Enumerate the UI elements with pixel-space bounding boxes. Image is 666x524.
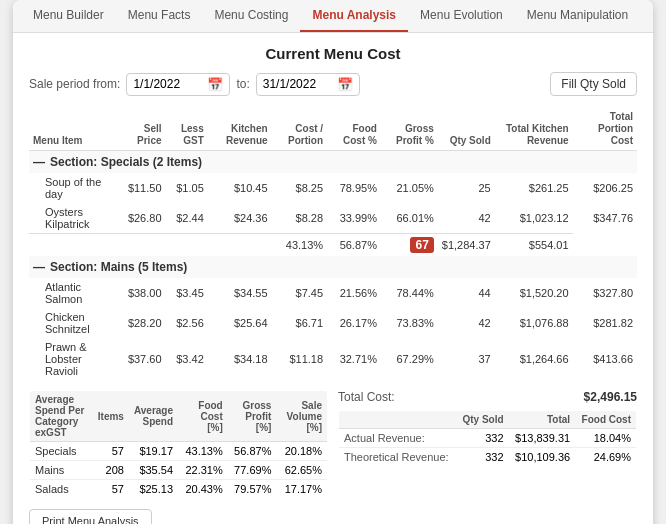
item-cost-portion: $6.71 bbox=[272, 308, 327, 338]
item-less-gst: $2.56 bbox=[166, 308, 208, 338]
date-from-input-container[interactable]: 📅 bbox=[126, 73, 230, 96]
calendar-from-icon[interactable]: 📅 bbox=[207, 77, 223, 92]
table-row: Oysters Kilpatrick $26.80 $2.44 $24.36 $… bbox=[29, 203, 637, 234]
total-cost-value: $2,496.15 bbox=[584, 390, 637, 404]
subtotal-row: 43.13% 56.87% 67 $1,284.37 $554.01 bbox=[29, 234, 637, 257]
item-food-cost-pct: 21.56% bbox=[327, 278, 381, 308]
section-collapse-icon[interactable]: — bbox=[33, 155, 45, 169]
rev-row-qty-sold: 332 bbox=[456, 429, 508, 448]
item-sell-price: $28.20 bbox=[120, 308, 166, 338]
date-from-input[interactable] bbox=[133, 77, 203, 91]
cat-gross-profit: 56.87% bbox=[228, 442, 277, 461]
col-header-gross-profit-pct: Gross Profit % bbox=[381, 108, 438, 151]
item-sell-price: $11.50 bbox=[120, 173, 166, 203]
item-total-kitchen: $1,264.66 bbox=[495, 338, 573, 380]
cat-avg-spend: $19.17 bbox=[129, 442, 178, 461]
item-kitchen-revenue: $34.18 bbox=[208, 338, 272, 380]
cat-sale-volume: 62.65% bbox=[276, 461, 327, 480]
main-window: Menu Builder Menu Facts Menu Costing Men… bbox=[13, 0, 653, 524]
tab-menu-evolution[interactable]: Menu Evolution bbox=[408, 0, 515, 32]
cat-food-cost: 22.31% bbox=[178, 461, 228, 480]
section-collapse-icon[interactable]: — bbox=[33, 260, 45, 274]
section-header-row: —Section: Specials (2 Items) bbox=[29, 151, 637, 174]
cat-items: 208 bbox=[93, 461, 129, 480]
table-row: Prawn & Lobster Ravioli $37.60 $3.42 $34… bbox=[29, 338, 637, 380]
item-cost-portion: $7.45 bbox=[272, 278, 327, 308]
rev-col-food-cost: Food Cost bbox=[575, 411, 636, 429]
item-qty-sold: 25 bbox=[438, 173, 495, 203]
rev-row-label: Actual Revenue: bbox=[339, 429, 457, 448]
cat-sale-volume: 17.17% bbox=[276, 480, 327, 499]
item-gross-profit-pct: 78.44% bbox=[381, 278, 438, 308]
item-name: Chicken Schnitzel bbox=[29, 308, 120, 338]
rev-row-food-cost: 24.69% bbox=[575, 448, 636, 467]
item-food-cost-pct: 26.17% bbox=[327, 308, 381, 338]
rev-col-qty-sold: Qty Sold bbox=[456, 411, 508, 429]
item-gross-profit-pct: 73.83% bbox=[381, 308, 438, 338]
tab-menu-analysis[interactable]: Menu Analysis bbox=[300, 0, 408, 32]
cat-col-food-cost: Food Cost[%] bbox=[178, 391, 228, 442]
cat-col-sale-volume: SaleVolume [%] bbox=[276, 391, 327, 442]
list-item: Salads 57 $25.13 20.43% 79.57% 17.17% bbox=[30, 480, 328, 499]
date-to-input[interactable] bbox=[263, 77, 333, 91]
cat-name: Salads bbox=[30, 480, 93, 499]
cat-gross-profit: 77.69% bbox=[228, 461, 277, 480]
tab-menu-costing[interactable]: Menu Costing bbox=[202, 0, 300, 32]
fill-qty-sold-button[interactable]: Fill Qty Sold bbox=[550, 72, 637, 96]
cat-food-cost: 43.13% bbox=[178, 442, 228, 461]
revenue-table: Qty Sold Total Food Cost Actual Revenue:… bbox=[338, 410, 637, 467]
item-qty-sold: 44 bbox=[438, 278, 495, 308]
item-kitchen-revenue: $25.64 bbox=[208, 308, 272, 338]
item-name: Atlantic Salmon bbox=[29, 278, 120, 308]
cat-col-gross-profit: GrossProfit [%] bbox=[228, 391, 277, 442]
list-item: Mains 208 $35.54 22.31% 77.69% 62.65% bbox=[30, 461, 328, 480]
cat-col-avg-spend: AverageSpend bbox=[129, 391, 178, 442]
item-total-portion: $413.66 bbox=[573, 338, 637, 380]
tab-menu-builder[interactable]: Menu Builder bbox=[21, 0, 116, 32]
col-header-kitchen-revenue: Kitchen Revenue bbox=[208, 108, 272, 151]
rev-row-total: $13,839.31 bbox=[509, 429, 576, 448]
item-name: Prawn & Lobster Ravioli bbox=[29, 338, 120, 380]
item-less-gst: $3.45 bbox=[166, 278, 208, 308]
section-name: Section: Mains (5 Items) bbox=[50, 260, 187, 274]
table-row: Atlantic Salmon $38.00 $3.45 $34.55 $7.4… bbox=[29, 278, 637, 308]
list-item: Actual Revenue: 332 $13,839.31 18.04% bbox=[339, 429, 637, 448]
item-kitchen-revenue: $24.36 bbox=[208, 203, 272, 234]
item-total-portion: $347.76 bbox=[573, 203, 637, 234]
cat-gross-profit: 79.57% bbox=[228, 480, 277, 499]
cat-col-category: Average Spend PerCategory exGST bbox=[30, 391, 93, 442]
item-name: Soup of the day bbox=[29, 173, 120, 203]
item-sell-price: $37.60 bbox=[120, 338, 166, 380]
calendar-to-icon[interactable]: 📅 bbox=[337, 77, 353, 92]
item-kitchen-revenue: $34.55 bbox=[208, 278, 272, 308]
cat-name: Mains bbox=[30, 461, 93, 480]
print-menu-analysis-button[interactable]: Print Menu Analysis bbox=[29, 509, 152, 524]
item-less-gst: $2.44 bbox=[166, 203, 208, 234]
section-header-row: —Section: Mains (5 Items) bbox=[29, 256, 637, 278]
cat-food-cost: 20.43% bbox=[178, 480, 228, 499]
subtotal-gross-profit: 56.87% bbox=[327, 234, 381, 257]
date-row: Sale period from: 📅 to: 📅 Fill Qty Sold bbox=[29, 72, 637, 96]
item-total-kitchen: $1,076.88 bbox=[495, 308, 573, 338]
item-total-portion: $281.82 bbox=[573, 308, 637, 338]
item-total-kitchen: $261.25 bbox=[495, 173, 573, 203]
cat-items: 57 bbox=[93, 442, 129, 461]
total-cost-row: Total Cost: $2,496.15 bbox=[338, 390, 637, 404]
tab-menu-facts[interactable]: Menu Facts bbox=[116, 0, 203, 32]
table-row: Chicken Schnitzel $28.20 $2.56 $25.64 $6… bbox=[29, 308, 637, 338]
item-cost-portion: $8.28 bbox=[272, 203, 327, 234]
subtotal-food-cost: 43.13% bbox=[272, 234, 327, 257]
revenue-section: Total Cost: $2,496.15 Qty Sold Total Foo… bbox=[338, 390, 637, 499]
col-header-qty-sold: Qty Sold bbox=[438, 108, 495, 151]
item-less-gst: $3.42 bbox=[166, 338, 208, 380]
item-qty-sold: 42 bbox=[438, 308, 495, 338]
item-gross-profit-pct: 67.29% bbox=[381, 338, 438, 380]
subtotal-total-portion: $554.01 bbox=[495, 234, 573, 257]
col-header-total-kitchen-revenue: Total Kitchen Revenue bbox=[495, 108, 573, 151]
item-qty-sold: 42 bbox=[438, 203, 495, 234]
item-gross-profit-pct: 21.05% bbox=[381, 173, 438, 203]
tab-menu-manipulation[interactable]: Menu Manipulation bbox=[515, 0, 640, 32]
date-to-input-container[interactable]: 📅 bbox=[256, 73, 360, 96]
item-total-kitchen: $1,023.12 bbox=[495, 203, 573, 234]
item-cost-portion: $11.18 bbox=[272, 338, 327, 380]
